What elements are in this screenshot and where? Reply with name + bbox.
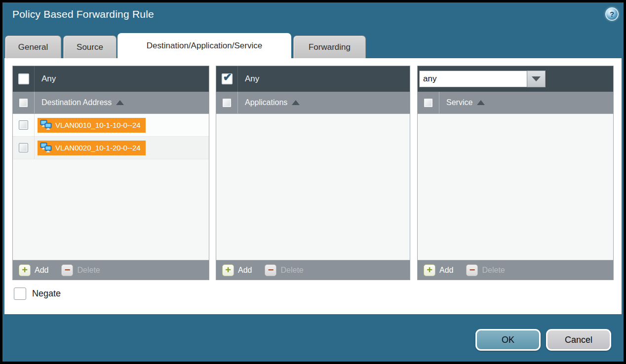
plus-icon: + — [19, 264, 31, 276]
help-icon[interactable]: ? — [605, 7, 619, 21]
table-row[interactable]: VLAN0010_10-1-10-0--24 — [13, 114, 209, 137]
plus-icon: + — [424, 264, 435, 276]
service-select-all-checkbox[interactable] — [424, 98, 433, 108]
address-object-label: VLAN0010_10-1-10-0--24 — [55, 121, 141, 129]
service-dropdown-input[interactable] — [419, 71, 527, 87]
destination-footer: + Add − Delete — [13, 260, 209, 280]
service-dropdown-header — [418, 66, 613, 92]
add-button[interactable]: + Add — [424, 264, 453, 276]
sort-ascending-icon[interactable] — [116, 100, 124, 105]
chevron-down-icon — [532, 76, 541, 81]
negate-checkbox[interactable] — [14, 288, 26, 300]
tab-general[interactable]: General — [5, 36, 61, 58]
destination-column-header: Destination Address — [13, 92, 209, 114]
delete-button[interactable]: − Delete — [265, 264, 303, 276]
applications-footer: + Add − Delete — [216, 260, 410, 280]
sort-ascending-icon[interactable] — [477, 100, 485, 105]
ok-button[interactable]: OK — [475, 329, 541, 351]
destination-any-checkbox[interactable] — [18, 73, 29, 84]
service-header-label[interactable]: Service — [446, 98, 472, 107]
destination-any-header: Any — [13, 66, 209, 92]
service-footer: + Add − Delete — [418, 260, 613, 280]
delete-button[interactable]: − Delete — [466, 264, 505, 276]
applications-column-header: Applications — [216, 92, 410, 114]
applications-select-all-checkbox[interactable] — [222, 98, 232, 108]
cancel-button[interactable]: Cancel — [546, 329, 611, 351]
table-row[interactable]: VLAN0020_10-1-20-0--24 — [13, 137, 209, 159]
dialog-title: Policy Based Forwarding Rule — [12, 8, 154, 20]
minus-icon: − — [466, 264, 478, 276]
applications-header-label[interactable]: Applications — [245, 98, 287, 107]
address-object-chip[interactable]: VLAN0010_10-1-10-0--24 — [38, 118, 146, 133]
row-checkbox[interactable] — [19, 143, 28, 152]
destination-select-all-checkbox[interactable] — [19, 98, 28, 108]
service-list: Service + Add − Delete — [417, 66, 614, 280]
plus-icon: + — [222, 264, 234, 276]
applications-any-checkbox[interactable] — [222, 73, 233, 84]
service-dropdown-button[interactable] — [527, 71, 546, 87]
negate-row: Negate — [14, 288, 61, 300]
address-object-label: VLAN0020_10-1-20-0--24 — [55, 144, 141, 152]
service-dropdown — [419, 71, 546, 87]
policy-based-forwarding-dialog: Policy Based Forwarding Rule ? General S… — [0, 0, 626, 364]
add-button[interactable]: + Add — [19, 264, 48, 276]
service-list-body — [418, 114, 613, 260]
address-object-chip[interactable]: VLAN0020_10-1-20-0--24 — [38, 141, 146, 155]
service-column-header: Service — [418, 92, 613, 114]
minus-icon: − — [265, 264, 276, 276]
row-checkbox[interactable] — [19, 120, 28, 130]
network-computers-icon — [40, 120, 52, 130]
destination-header-label[interactable]: Destination Address — [41, 98, 112, 107]
minus-icon: − — [61, 264, 73, 276]
destination-list-body: VLAN0010_10-1-10-0--24 — [13, 114, 209, 260]
network-computers-icon — [40, 143, 52, 153]
tab-destination-application-service[interactable]: Destination/Application/Service — [117, 33, 291, 59]
applications-any-label: Any — [245, 74, 259, 84]
tab-forwarding[interactable]: Forwarding — [293, 36, 366, 58]
delete-button[interactable]: − Delete — [61, 264, 100, 276]
sort-ascending-icon[interactable] — [292, 100, 300, 105]
destination-any-label: Any — [41, 74, 56, 84]
destination-address-list: Any Destination Address — [12, 66, 209, 280]
applications-list-body — [216, 114, 410, 260]
add-button[interactable]: + Add — [222, 264, 252, 276]
applications-list: Any Applications + Add − Delete — [216, 66, 410, 280]
negate-label: Negate — [32, 289, 61, 299]
applications-any-header: Any — [216, 66, 410, 92]
tab-source[interactable]: Source — [63, 36, 117, 58]
